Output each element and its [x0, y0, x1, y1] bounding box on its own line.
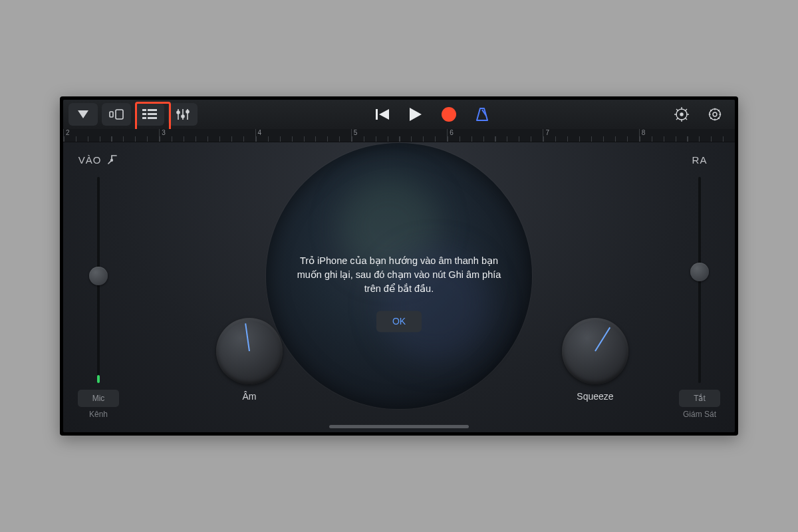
slider-thumb[interactable]	[89, 267, 108, 285]
toolbar	[63, 100, 735, 129]
svg-marker-0	[78, 110, 88, 118]
home-indicator[interactable]	[329, 425, 469, 428]
output-label: RA	[692, 154, 708, 166]
ruler-mark: 3	[162, 129, 166, 136]
recorder-panel: VÀO Mic Kênh RA	[63, 142, 735, 432]
svg-marker-17	[410, 108, 422, 121]
svg-point-18	[442, 107, 456, 122]
rewind-button[interactable]	[368, 103, 397, 126]
svg-point-31	[710, 109, 721, 120]
record-button[interactable]	[434, 103, 464, 126]
hint-message: Trỏ iPhone của bạn hướng vào âm thanh bạ…	[289, 254, 509, 296]
timeline-ruler[interactable]: 2 3 4 5 6 7 8	[63, 129, 735, 142]
ruler-mark: 7	[545, 129, 549, 136]
svg-rect-5	[142, 113, 146, 115]
ruler-mark: 4	[258, 129, 262, 136]
output-level-slider[interactable]	[698, 177, 701, 383]
settings-gear-button[interactable]	[700, 103, 730, 126]
squeeze-label: Squeeze	[577, 391, 613, 402]
svg-rect-15	[376, 109, 378, 120]
squeeze-knob[interactable]	[562, 318, 628, 384]
tracks-view-button[interactable]	[135, 103, 164, 126]
input-level-meter	[97, 375, 100, 383]
tone-label: Âm	[243, 391, 257, 402]
svg-rect-4	[148, 109, 157, 111]
input-source-chip[interactable]: Mic	[78, 390, 119, 407]
mixer-button[interactable]	[168, 103, 198, 126]
input-settings-button[interactable]	[667, 103, 696, 126]
app-window: 2 3 4 5 6 7 8 VÀO	[63, 100, 735, 432]
svg-rect-3	[142, 109, 146, 111]
svg-point-30	[713, 112, 717, 116]
svg-rect-6	[148, 113, 157, 115]
ruler-mark: 8	[642, 129, 646, 136]
svg-rect-2	[116, 110, 123, 119]
ruler-mark: 2	[66, 129, 70, 136]
noise-gate-icon[interactable]	[106, 154, 118, 166]
metronome-button[interactable]	[467, 103, 497, 126]
ruler-mark: 5	[354, 129, 358, 136]
output-column: RA Tắt Giám Sát	[670, 152, 730, 419]
squeeze-knob-group: Squeeze	[555, 318, 635, 402]
tone-knob-group: Âm	[209, 318, 289, 402]
svg-point-32	[111, 160, 113, 162]
tone-knob[interactable]	[216, 318, 283, 384]
input-sublabel: Kênh	[89, 410, 108, 419]
monitor-chip[interactable]: Tắt	[679, 390, 720, 407]
device-frame: 2 3 4 5 6 7 8 VÀO	[60, 96, 738, 436]
knob-needle	[245, 323, 250, 351]
knob-needle	[595, 327, 610, 352]
ok-button[interactable]: OK	[376, 311, 422, 332]
output-sublabel: Giám Sát	[683, 410, 716, 419]
input-gain-slider[interactable]	[97, 177, 100, 383]
svg-rect-8	[148, 117, 157, 119]
play-button[interactable]	[401, 103, 430, 126]
svg-point-10	[177, 111, 180, 114]
browser-button[interactable]	[102, 103, 131, 126]
svg-rect-7	[142, 117, 146, 119]
ruler-mark: 6	[450, 129, 454, 136]
hint-popup: Trỏ iPhone của bạn hướng vào âm thanh bạ…	[289, 254, 509, 332]
svg-marker-16	[379, 109, 389, 120]
svg-point-12	[182, 115, 184, 118]
svg-point-14	[186, 110, 189, 113]
input-label: VÀO	[78, 154, 102, 166]
svg-rect-1	[110, 112, 113, 117]
svg-point-21	[680, 113, 683, 116]
songs-menu-button[interactable]	[68, 103, 98, 126]
input-column: VÀO Mic Kênh	[68, 152, 128, 419]
slider-thumb[interactable]	[690, 263, 709, 281]
